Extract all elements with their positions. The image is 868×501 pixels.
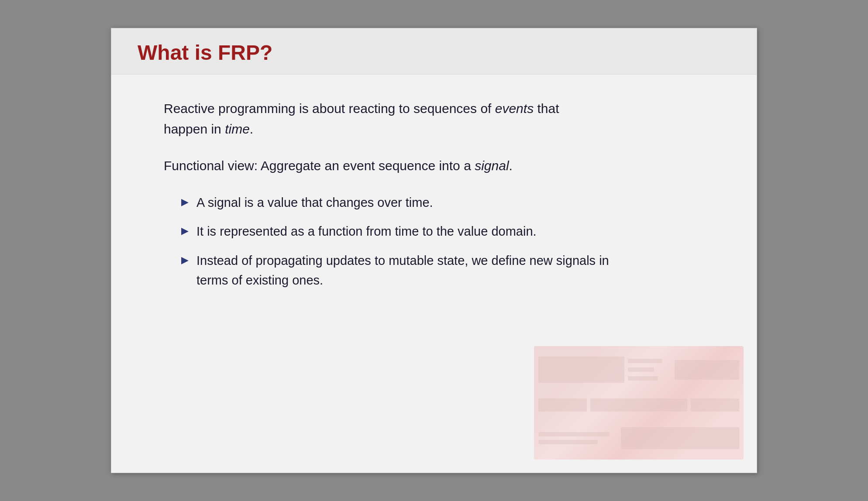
bullet-item-2: ▶ It is represented as a function from t…	[181, 222, 640, 241]
bullet-arrow-1: ▶	[181, 195, 189, 209]
slide-body: Reactive programming is about reacting t…	[111, 75, 757, 473]
functional-view-suffix: .	[509, 158, 513, 173]
intro-text-before-events: Reactive programming is about reacting t…	[164, 101, 495, 116]
intro-text-period: .	[250, 122, 253, 136]
functional-view-paragraph: Functional view: Aggregate an event sequ…	[164, 156, 644, 176]
bullet-text-3: Instead of propagating updates to mutabl…	[196, 251, 640, 290]
bullet-text-2: It is represented as a function from tim…	[196, 222, 640, 241]
bullet-item-1: ▶ A signal is a value that changes over …	[181, 193, 640, 213]
slide-header: What is FRP?	[111, 28, 757, 75]
intro-events-italic: events	[495, 101, 534, 116]
intro-text-that: that	[534, 101, 559, 116]
slide-title: What is FRP?	[138, 41, 730, 65]
functional-view-signal-italic: signal	[475, 158, 509, 173]
slide: What is FRP? Reactive programming is abo…	[111, 28, 757, 473]
watermark-image	[534, 346, 744, 460]
watermark-inner	[534, 346, 744, 460]
bullet-arrow-2: ▶	[181, 223, 189, 238]
intro-time-italic: time	[225, 122, 250, 136]
intro-text-happen: happen in	[164, 122, 225, 136]
functional-view-prefix: Functional view: Aggregate an event sequ…	[164, 158, 475, 173]
intro-paragraph: Reactive programming is about reacting t…	[164, 99, 600, 139]
bullet-arrow-3: ▶	[181, 253, 189, 268]
bullet-list: ▶ A signal is a value that changes over …	[181, 193, 722, 291]
bullet-text-1: A signal is a value that changes over ti…	[196, 193, 640, 213]
bullet-item-3: ▶ Instead of propagating updates to muta…	[181, 251, 640, 290]
